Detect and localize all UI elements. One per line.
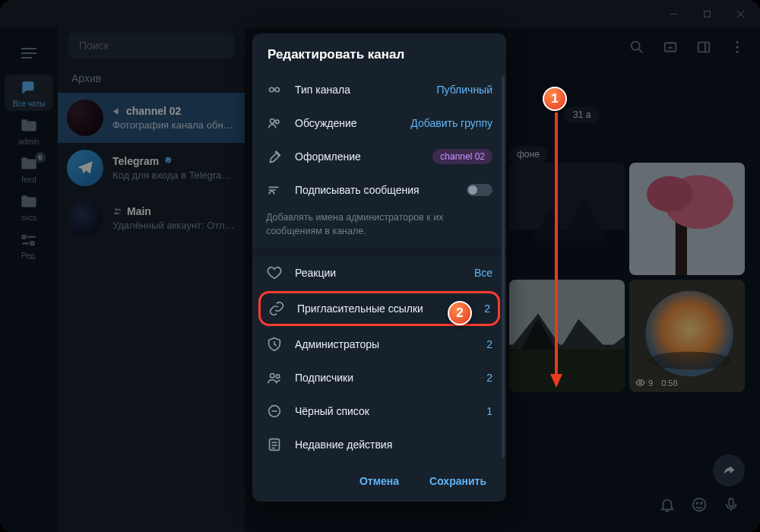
- modal-footer: Отмена Сохранить: [252, 461, 506, 502]
- row-admins[interactable]: Администраторы 2: [252, 328, 506, 361]
- row-discussion[interactable]: Обсуждение Добавить группу: [252, 106, 506, 140]
- group-icon: [266, 115, 283, 131]
- link-icon: [268, 300, 285, 317]
- row-recent-actions[interactable]: Недавние действия: [252, 428, 506, 461]
- value: Все: [474, 267, 492, 279]
- svg-point-41: [270, 87, 274, 92]
- row-theme[interactable]: Оформление channel 02: [252, 140, 506, 173]
- annotation-arrow: [547, 109, 565, 391]
- people-icon: [266, 369, 283, 386]
- log-icon: [266, 436, 283, 453]
- value: Добавить группу: [410, 117, 492, 129]
- ban-icon: [266, 403, 283, 420]
- row-subscribers[interactable]: Подписчики 2: [252, 361, 506, 394]
- svg-marker-54: [550, 374, 562, 388]
- svg-point-44: [275, 120, 279, 124]
- lock-icon: [266, 81, 283, 98]
- annotation-badge-2: 2: [448, 301, 472, 325]
- value: 2: [486, 338, 492, 350]
- value: Публичный: [436, 84, 492, 96]
- edit-channel-modal: Редактировать канал Тип канала Публичный…: [252, 33, 506, 502]
- svg-point-46: [276, 375, 280, 378]
- row-blacklist[interactable]: Чёрный список 1: [252, 394, 506, 428]
- separator: [252, 249, 506, 256]
- save-button[interactable]: Сохранить: [417, 469, 499, 493]
- sign-note: Добавлять имена администраторов к их соо…: [252, 207, 506, 249]
- row-channel-type[interactable]: Тип канала Публичный: [252, 73, 506, 106]
- heart-icon: [266, 264, 283, 281]
- svg-point-43: [271, 119, 275, 124]
- annotation-badge-1: 1: [543, 87, 567, 111]
- row-sign-messages[interactable]: Подписывать сообщения: [252, 173, 506, 207]
- svg-point-45: [271, 374, 275, 378]
- signature-icon: [266, 182, 283, 198]
- theme-chip: channel 02: [432, 149, 492, 164]
- row-reactions[interactable]: Реакции Все: [252, 256, 506, 290]
- svg-point-42: [275, 87, 280, 92]
- modal-title: Редактировать канал: [252, 33, 506, 73]
- value: 2: [486, 372, 492, 384]
- app-window: Все чаты admin feed 6 svcs Ред.: [0, 0, 760, 532]
- toggle-off[interactable]: [467, 184, 492, 196]
- value: 2: [484, 302, 490, 315]
- brush-icon: [266, 148, 283, 165]
- shield-icon: [266, 336, 283, 353]
- cancel-button[interactable]: Отмена: [347, 469, 411, 493]
- value: 1: [486, 405, 492, 417]
